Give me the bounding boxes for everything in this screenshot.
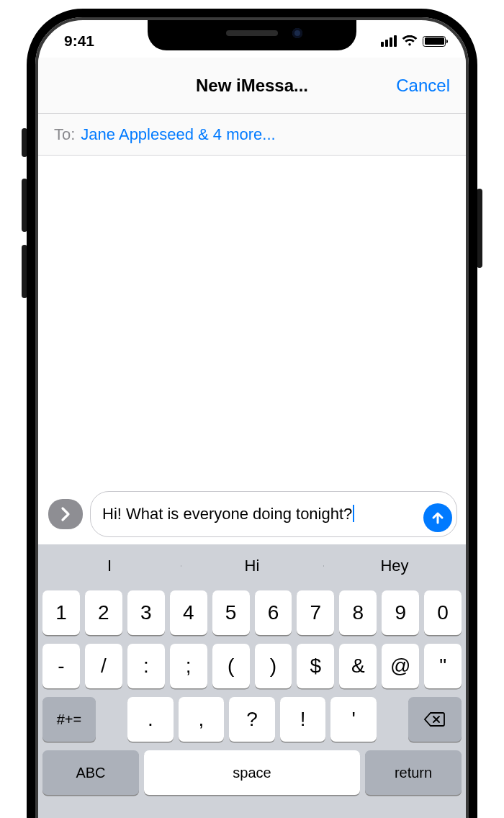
key-quote[interactable]: " [424, 644, 462, 688]
power-button [477, 189, 482, 268]
front-camera [292, 28, 302, 38]
text-cursor [353, 505, 354, 522]
key-8[interactable]: 8 [339, 590, 377, 635]
key-colon[interactable]: : [127, 644, 165, 688]
compose-bar: Hi! What is everyone doing tonight? [38, 485, 466, 544]
space-key[interactable]: space [144, 750, 360, 795]
key-0[interactable]: 0 [424, 590, 462, 635]
key-apostrophe[interactable]: ' [330, 697, 377, 742]
key-dash[interactable]: - [42, 644, 80, 688]
key-comma[interactable]: , [179, 697, 225, 742]
status-indicators [381, 35, 446, 47]
chevron-right-icon [59, 506, 72, 522]
status-time: 9:41 [64, 32, 94, 50]
arrow-up-icon [430, 510, 446, 526]
predictive-row: I Hi Hey [38, 544, 466, 588]
prediction-2[interactable]: Hi [181, 557, 323, 575]
key-row-1: 1 2 3 4 5 6 7 8 9 0 [42, 590, 462, 635]
return-key[interactable]: return [365, 750, 462, 795]
wifi-icon [402, 35, 418, 47]
key-3[interactable]: 3 [127, 590, 165, 635]
key-row-4: ABC space return [42, 750, 462, 795]
key-period[interactable]: . [127, 697, 174, 742]
cancel-button[interactable]: Cancel [396, 76, 450, 96]
speaker-grille [226, 30, 278, 36]
send-button[interactable] [423, 503, 452, 532]
battery-icon [423, 36, 446, 47]
page-title: New iMessa... [196, 76, 308, 96]
key-1[interactable]: 1 [42, 590, 80, 635]
backspace-icon [423, 711, 446, 728]
phone-frame: 9:41 New iMessa... Cancel To: Jane Apple… [27, 9, 477, 818]
key-4[interactable]: 4 [170, 590, 207, 635]
message-text: Hi! What is everyone doing tonight? [102, 504, 354, 524]
message-input[interactable]: Hi! What is everyone doing tonight? [90, 491, 457, 537]
key-dollar[interactable]: $ [297, 644, 334, 688]
key-lparen[interactable]: ( [212, 644, 250, 688]
key-exclaim[interactable]: ! [280, 697, 326, 742]
prediction-1[interactable]: I [38, 557, 181, 575]
expand-apps-button[interactable] [48, 499, 83, 529]
screen: 9:41 New iMessa... Cancel To: Jane Apple… [35, 17, 469, 818]
key-row-3: #+= . , ? ! ' [42, 697, 462, 742]
key-2[interactable]: 2 [85, 590, 122, 635]
abc-key[interactable]: ABC [42, 750, 139, 795]
notch [148, 20, 356, 50]
key-row-2: - / : ; ( ) $ & @ " [42, 644, 462, 688]
prediction-3[interactable]: Hey [323, 557, 466, 575]
key-semicolon[interactable]: ; [170, 644, 207, 688]
key-question[interactable]: ? [229, 697, 275, 742]
recipients-field[interactable]: To: Jane Appleseed & 4 more... [38, 114, 466, 156]
key-slash[interactable]: / [85, 644, 122, 688]
backspace-key[interactable] [408, 697, 462, 742]
recipients-text: Jane Appleseed & 4 more... [81, 125, 275, 144]
key-9[interactable]: 9 [382, 590, 419, 635]
nav-header: New iMessa... Cancel [38, 58, 466, 114]
key-rparen[interactable]: ) [255, 644, 292, 688]
to-label: To: [54, 125, 75, 144]
key-7[interactable]: 7 [297, 590, 334, 635]
keyboard: I Hi Hey 1 2 3 4 5 6 7 8 9 0 - [38, 544, 466, 818]
cellular-icon [381, 35, 397, 47]
key-at[interactable]: @ [382, 644, 419, 688]
symbols-shift-key[interactable]: #+= [42, 697, 96, 742]
key-amp[interactable]: & [339, 644, 377, 688]
key-5[interactable]: 5 [212, 590, 250, 635]
key-6[interactable]: 6 [255, 590, 292, 635]
